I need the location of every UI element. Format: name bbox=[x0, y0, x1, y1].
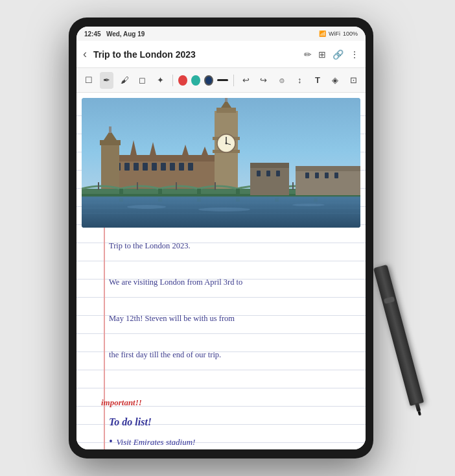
note-line-4: the first day till the end of our trip. bbox=[109, 346, 358, 364]
svg-rect-55 bbox=[250, 166, 289, 195]
eraser-tool-button[interactable]: ◻ bbox=[135, 72, 150, 89]
svg-rect-47 bbox=[292, 182, 294, 190]
redo-button[interactable]: ↪ bbox=[257, 72, 271, 89]
svg-rect-31 bbox=[100, 140, 121, 145]
color-red[interactable] bbox=[178, 75, 187, 86]
toolbar-separator-1 bbox=[172, 75, 173, 86]
handwritten-todo-title: To do list! bbox=[109, 412, 358, 433]
highlight-button[interactable]: ◈ bbox=[329, 72, 343, 89]
tablet-body: 12:45 Wed, Aug 19 📶 WiFi 100% ‹ Trip to … bbox=[69, 18, 373, 458]
back-button[interactable]: ‹ bbox=[83, 47, 87, 61]
signal-icon: 📶 bbox=[319, 30, 326, 37]
zoom-button[interactable]: ⊡ bbox=[346, 72, 360, 89]
svg-rect-60 bbox=[266, 171, 270, 176]
status-time: 12:45 bbox=[84, 30, 101, 38]
status-bar: 12:45 Wed, Aug 19 📶 WiFi 100% bbox=[76, 27, 366, 41]
svg-rect-9 bbox=[152, 163, 157, 171]
s-pen-tip bbox=[418, 411, 421, 416]
stroke-thickness[interactable] bbox=[217, 79, 228, 81]
handwritten-section: important!! To do list! • Visit Emirates… bbox=[76, 390, 366, 449]
svg-rect-48 bbox=[82, 196, 360, 228]
nav-icons: ✏ ⊞ 🔗 ⋮ bbox=[304, 49, 359, 60]
brush-tool-button[interactable]: 🖌 bbox=[117, 72, 132, 89]
page-title: Trip to the London 2023 bbox=[93, 49, 300, 60]
status-time-date: 12:45 Wed, Aug 19 bbox=[84, 30, 145, 38]
color-navy[interactable] bbox=[204, 75, 213, 86]
svg-rect-42 bbox=[98, 182, 99, 190]
handwritten-item-1: • Visit Emirates stadium! bbox=[109, 433, 358, 449]
color-teal[interactable] bbox=[191, 75, 200, 86]
svg-rect-44 bbox=[176, 182, 177, 190]
status-icons: 📶 WiFi 100% bbox=[319, 30, 358, 37]
edit-icon[interactable]: ✏ bbox=[304, 49, 312, 60]
svg-rect-11 bbox=[170, 163, 175, 171]
move-button[interactable]: ↕ bbox=[292, 72, 307, 89]
london-scene-svg bbox=[82, 98, 360, 228]
bullet-1: • bbox=[109, 436, 113, 447]
note-line-3: May 12th! Steven will be with us from bbox=[109, 309, 358, 327]
note-line-2: We are visiting London from April 3rd to bbox=[109, 273, 358, 291]
note-line-blank-3 bbox=[109, 327, 358, 346]
svg-rect-12 bbox=[179, 163, 184, 171]
shape-tool-button[interactable]: ✦ bbox=[154, 72, 168, 89]
svg-rect-62 bbox=[305, 173, 309, 178]
svg-rect-61 bbox=[276, 171, 280, 176]
handwritten-important-label: important!! bbox=[101, 394, 358, 412]
layout-icon[interactable]: ⊞ bbox=[318, 49, 326, 60]
select-tool-button[interactable]: ☐ bbox=[82, 72, 96, 89]
note-typed-section: Trip to the London 2023. We are visiting… bbox=[76, 233, 366, 372]
svg-rect-64 bbox=[325, 173, 329, 178]
handwritten-item-1-text: Visit Emirates stadium! bbox=[117, 433, 196, 449]
note-typed-text: Trip to the London 2023. We are visiting… bbox=[109, 237, 358, 364]
nav-bar: ‹ Trip to the London 2023 ✏ ⊞ 🔗 ⋮ bbox=[76, 41, 366, 68]
svg-rect-10 bbox=[161, 163, 166, 171]
svg-point-26 bbox=[226, 143, 228, 145]
undo-button[interactable]: ↩ bbox=[239, 72, 253, 89]
london-image bbox=[82, 98, 360, 228]
note-line-blank-2 bbox=[109, 291, 358, 309]
svg-rect-58 bbox=[296, 166, 360, 171]
spacer-1 bbox=[76, 372, 366, 390]
toolbar-separator-2 bbox=[233, 75, 234, 86]
s-pen bbox=[373, 265, 424, 406]
lined-paper: Trip to the London 2023. We are visiting… bbox=[76, 98, 366, 449]
svg-rect-27 bbox=[216, 108, 236, 113]
drawing-toolbar: ☐ ✒ 🖌 ◻ ✦ ↩ ↪ ⌾ ↕ T ◈ ⊡ bbox=[76, 68, 366, 93]
battery-icon: 100% bbox=[343, 30, 358, 37]
svg-rect-8 bbox=[143, 163, 148, 171]
more-icon[interactable]: ⋮ bbox=[350, 49, 359, 60]
wifi-icon: WiFi bbox=[329, 30, 340, 37]
svg-rect-65 bbox=[334, 173, 338, 178]
svg-point-53 bbox=[198, 208, 250, 211]
status-date: Wed, Aug 19 bbox=[106, 30, 145, 38]
tablet-device: 12:45 Wed, Aug 19 📶 WiFi 100% ‹ Trip to … bbox=[69, 18, 386, 458]
svg-point-52 bbox=[127, 205, 166, 209]
svg-rect-13 bbox=[188, 163, 193, 171]
svg-rect-7 bbox=[134, 163, 139, 171]
svg-rect-6 bbox=[124, 163, 130, 171]
note-line-blank-1 bbox=[109, 255, 358, 273]
lasso-button[interactable]: ⌾ bbox=[275, 72, 289, 89]
tablet-screen: 12:45 Wed, Aug 19 📶 WiFi 100% ‹ Trip to … bbox=[76, 27, 366, 449]
svg-rect-59 bbox=[257, 171, 261, 176]
note-content[interactable]: Trip to the London 2023. We are visiting… bbox=[76, 93, 366, 449]
text-button[interactable]: T bbox=[310, 72, 325, 89]
pen-tool-button[interactable]: ✒ bbox=[100, 72, 114, 89]
svg-rect-45 bbox=[215, 182, 216, 190]
note-line-1: Trip to the London 2023. bbox=[109, 237, 358, 255]
svg-rect-63 bbox=[315, 173, 319, 178]
svg-rect-33 bbox=[109, 126, 111, 133]
svg-rect-57 bbox=[250, 163, 289, 168]
svg-rect-43 bbox=[137, 182, 138, 190]
s-pen-button[interactable] bbox=[384, 296, 395, 304]
attach-icon[interactable]: 🔗 bbox=[332, 49, 344, 60]
svg-point-54 bbox=[292, 204, 325, 206]
svg-rect-29 bbox=[225, 98, 228, 102]
